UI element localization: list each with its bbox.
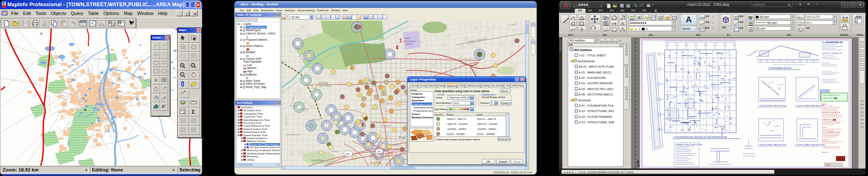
svg-text:GENERAL STRUCTURAL NOTES: GENERAL STRUCTURAL NOTES — [675, 144, 702, 146]
svg-text:2 STRUCTURAL STAIR SECTION: 2 STRUCTURAL STAIR SECTION — [758, 105, 786, 107]
svg-text:FLOOR FRAMING PLAN: FLOOR FRAMING PLAN — [822, 131, 840, 133]
svg-text:SHOPPES CONTRACTOR: SHOPPES CONTRACTOR — [822, 53, 842, 54]
svg-text:Fournier St: Fournier St — [285, 115, 287, 125]
svg-text:0: 0 — [646, 28, 648, 31]
svg-text:A: A — [162, 104, 165, 109]
svg-text:i: i — [182, 82, 183, 86]
svg-text:3 TRANSVERSE SECTION: 3 TRANSVERSE SECTION — [768, 67, 792, 69]
svg-text:199: 199 — [345, 153, 350, 155]
svg-text:?: ? — [165, 104, 166, 107]
svg-text:?: ? — [156, 97, 158, 100]
svg-text:W Jarvis St: W Jarvis St — [371, 161, 381, 164]
svg-text:J+L ENGINEERING INC: J+L ENGINEERING INC — [822, 42, 843, 44]
svg-text:Park Plaza: Park Plaza — [318, 84, 331, 87]
svg-text:Harrold Park: Harrold Park — [311, 159, 324, 161]
svg-text:W 10th St: W 10th St — [299, 108, 309, 110]
svg-text:?: ? — [131, 20, 134, 25]
svg-text:?: ? — [164, 97, 166, 100]
svg-text:1: 1 — [399, 38, 402, 44]
svg-text:Texas St: Texas St — [312, 118, 320, 121]
svg-text:Σ: Σ — [192, 109, 195, 115]
svg-text:W 7th St: W 7th St — [290, 105, 299, 107]
svg-text:2: 2 — [364, 116, 367, 122]
svg-text:snag: snag — [822, 144, 825, 146]
svg-text:W 13th St: W 13th St — [381, 125, 391, 127]
svg-text:W Vickery Blvd: W Vickery Blvd — [371, 156, 385, 158]
svg-text:GRID REVISION FOR: GRID REVISION FOR — [823, 94, 839, 96]
svg-text:For: For — [399, 135, 406, 140]
svg-text:A: A — [154, 78, 157, 83]
svg-text:sheet no: sheet no — [822, 151, 828, 153]
svg-text:6 STRUCTURAL SLAB SECTION: 6 STRUCTURAL SLAB SECTION — [795, 144, 823, 146]
svg-text:S-04: S-04 — [826, 164, 831, 166]
svg-text:Lancaster Ave: Lancaster Ave — [286, 133, 300, 136]
svg-text:added: added — [822, 103, 826, 105]
svg-text:5 STRUCTURAL STAIR SECTION: 5 STRUCTURAL STAIR SECTION — [795, 105, 823, 107]
svg-text:E Paso: E Paso — [331, 150, 338, 153]
svg-text:REVISED FOUNDATION: REVISED FOUNDATION — [822, 111, 840, 113]
svg-text:1 FOUNDATION AND SECOND FLOOR: 1 FOUNDATION AND SECOND FLOOR FRAMING PL… — [673, 136, 727, 138]
svg-text:Elementary: Elementary — [404, 40, 415, 42]
svg-text:Nash: Nash — [405, 37, 410, 39]
svg-text:?: ? — [181, 73, 183, 76]
svg-text:sheet list: sheet list — [822, 139, 828, 141]
svg-text:sheet: sheet — [822, 126, 826, 128]
svg-text:School: School — [406, 43, 413, 45]
svg-text:30: 30 — [378, 150, 381, 153]
svg-text:4 STRUCTURAL STAIR SECTION: 4 STRUCTURAL STAIR SECTION — [758, 144, 786, 146]
